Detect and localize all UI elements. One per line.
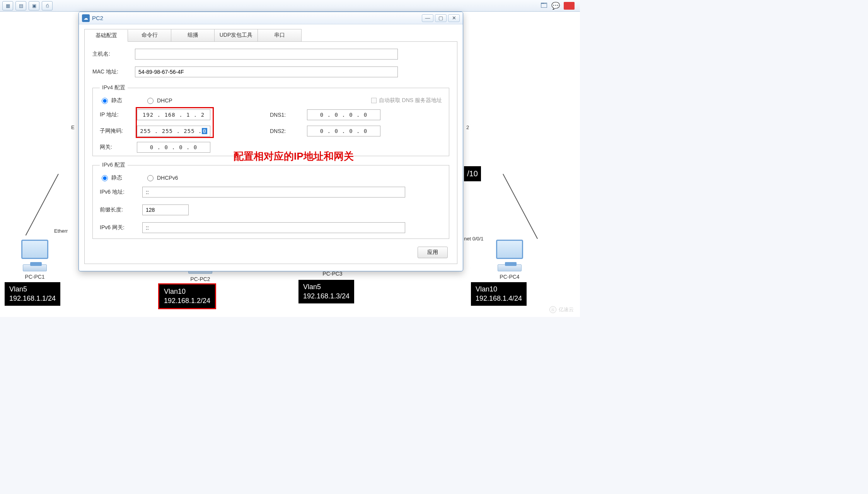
- static-label: 静态: [111, 97, 122, 104]
- auto-dns-checkbox[interactable]: 自动获取 DNS 服务器地址: [371, 97, 442, 104]
- port-label-right: net 0/0/1: [464, 236, 484, 242]
- ip-input[interactable]: 192 . 168 . 1 . 2: [137, 109, 210, 120]
- monitor-icon: [496, 240, 523, 259]
- ipv6-addr-input[interactable]: [142, 187, 405, 198]
- pc-node-4[interactable]: PC-PC4: [486, 240, 533, 280]
- static-label-v6: 静态: [111, 174, 122, 181]
- side-badge-right: /10: [464, 166, 481, 181]
- dhcp-label: DHCP: [157, 97, 172, 104]
- ipv6-legend: IPv6 配置: [100, 162, 128, 169]
- side-label-left: E: [71, 124, 75, 130]
- dns2-input[interactable]: 0 . 0 . 0 . 0: [307, 126, 380, 136]
- huawei-logo-icon: [564, 2, 575, 10]
- ipv4-fieldset: IPv4 配置 静态 DHCP 自动获取 DNS 服务器地址 IP 地址: 19…: [92, 84, 449, 156]
- mask-label: 子网掩码:: [100, 128, 137, 135]
- hostname-label: 主机名:: [92, 51, 135, 58]
- dns1-input[interactable]: 0 . 0 . 0 . 0: [307, 109, 380, 120]
- dhcpv6-label: DHCPv6: [157, 175, 178, 181]
- toolbar-print-icon[interactable]: ⎙: [42, 1, 53, 10]
- minimize-button[interactable]: —: [422, 14, 433, 22]
- mac-input[interactable]: [135, 66, 398, 77]
- auto-dns-label: 自动获取 DNS 服务器地址: [379, 97, 442, 104]
- dialog-title: PC2: [92, 15, 422, 21]
- pc3-label: PC-PC3: [309, 271, 356, 277]
- dialog-app-icon: ☁: [82, 14, 90, 22]
- gw-input[interactable]: 0 . 0 . 0 . 0: [137, 142, 210, 153]
- ipv4-dhcp-radio[interactable]: DHCP: [145, 97, 172, 104]
- apply-button[interactable]: 应用: [418, 247, 448, 258]
- ipv6-gw-label: IPv6 网关:: [100, 224, 142, 231]
- close-button[interactable]: ✕: [448, 14, 460, 22]
- maximize-button[interactable]: ▢: [435, 14, 447, 22]
- ipv6-dhcp-radio[interactable]: DHCPv6: [145, 174, 178, 181]
- tab-multicast[interactable]: 组播: [171, 29, 215, 41]
- pc-config-dialog: ☁ PC2 — ▢ ✕ 基础配置 命令行 组播 UDP发包工具 串口: [78, 12, 463, 271]
- vlan-tag-pc1: Vlan5 192.168.1.1/24: [5, 282, 60, 306]
- monitor-icon: [21, 240, 48, 259]
- mac-label: MAC 地址:: [92, 68, 135, 75]
- tab-udp[interactable]: UDP发包工具: [215, 29, 258, 41]
- wire-pc1: [26, 174, 59, 236]
- palette-icon[interactable]: 🗔: [541, 2, 547, 10]
- tab-serial[interactable]: 串口: [258, 29, 301, 41]
- hostname-input[interactable]: [135, 49, 398, 60]
- tab-cli[interactable]: 命令行: [128, 29, 171, 41]
- pc1-label: PC-PC1: [12, 274, 58, 280]
- side-label-right: 2: [466, 124, 469, 130]
- ipv4-legend: IPv4 配置: [100, 84, 128, 91]
- vlan-tag-pc2: Vlan10 192.168.1.2/24: [159, 284, 215, 308]
- mask-input[interactable]: 255 . 255 . 255 . 0: [137, 126, 210, 136]
- watermark: 云亿速云: [549, 306, 574, 313]
- dialog-tabs: 基础配置 命令行 组播 UDP发包工具 串口: [84, 29, 302, 41]
- toolbar-save-icon[interactable]: ▣: [29, 1, 39, 10]
- ipv6-addr-label: IPv6 地址:: [100, 189, 142, 196]
- vlan-tag-pc3: Vlan5 192.168.1.3/24: [298, 280, 354, 303]
- pc2-label: PC-PC2: [177, 276, 223, 282]
- ipv6-fieldset: IPv6 配置 静态 DHCPv6 IPv6 地址: 前缀长度: IPv6 网关…: [92, 162, 449, 239]
- dialog-titlebar[interactable]: ☁ PC2 — ▢ ✕: [79, 12, 463, 24]
- prefix-label: 前缀长度:: [100, 206, 142, 213]
- pc4-label: PC-PC4: [486, 274, 533, 280]
- ipv6-gw-input[interactable]: [142, 222, 405, 233]
- chat-icon[interactable]: 💬: [551, 2, 560, 10]
- tab-basic[interactable]: 基础配置: [85, 30, 128, 42]
- toolbar-new-icon[interactable]: ▦: [2, 1, 13, 10]
- annotation-text: 配置相对应的IP地址和网关: [234, 150, 354, 163]
- ipv6-static-radio[interactable]: 静态: [100, 174, 122, 181]
- dns2-label: DNS2:: [270, 128, 307, 134]
- ipv4-static-radio[interactable]: 静态: [100, 97, 122, 104]
- gw-label: 网关:: [100, 144, 137, 151]
- topology-canvas: E 2 /10 Etherr net 0/0/1 PC-PC1 PC-PC2 P…: [0, 12, 580, 317]
- pc-node-1[interactable]: PC-PC1: [12, 240, 58, 280]
- ip-label: IP 地址:: [100, 111, 137, 118]
- port-label-left: Etherr: [54, 228, 68, 234]
- prefix-input[interactable]: [142, 204, 189, 215]
- app-toolbar: ▦ ▤ ▣ ⎙ 🗔 💬: [0, 0, 580, 12]
- toolbar-open-icon[interactable]: ▤: [15, 1, 26, 10]
- vlan-tag-pc4: Vlan10 192.168.1.4/24: [471, 282, 527, 306]
- wire-pc4: [503, 174, 538, 239]
- dns1-label: DNS1:: [270, 112, 307, 118]
